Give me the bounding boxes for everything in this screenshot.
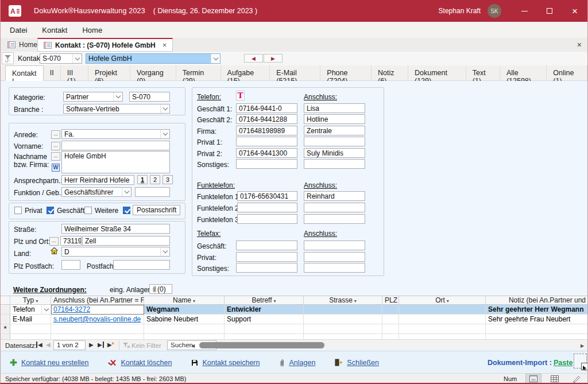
new-contact-action[interactable]: Kontakt neu erstellen bbox=[10, 359, 88, 367]
first-record-button[interactable]: ◀ bbox=[36, 342, 42, 348]
funktelefon3-anschluss-field[interactable] bbox=[304, 214, 365, 224]
word-icon[interactable]: W bbox=[52, 164, 60, 172]
table-new-row[interactable]: * bbox=[1, 324, 588, 334]
betreff-cell[interactable]: Entwickler bbox=[225, 305, 304, 315]
home-icon[interactable] bbox=[50, 247, 59, 255]
geschaeft2-anschluss-field[interactable]: Hotline bbox=[304, 114, 365, 124]
branche-combobox[interactable]: Software-Vertrieb bbox=[63, 104, 170, 114]
tabbar-close-icon[interactable]: × bbox=[577, 40, 582, 49]
chevron-down-icon[interactable] bbox=[41, 305, 51, 314]
row-selector[interactable] bbox=[1, 305, 10, 315]
typ-cell[interactable] bbox=[10, 324, 51, 334]
funktion-combobox[interactable]: Geschäftsführer bbox=[61, 187, 131, 197]
typ-combobox[interactable]: Telefon bbox=[10, 305, 51, 315]
tab-text[interactable]: Text (1) bbox=[466, 65, 500, 81]
notiz-cell[interactable] bbox=[486, 324, 588, 334]
telekom-icon[interactable]: T bbox=[236, 91, 245, 100]
col-typ[interactable]: Typ▾ bbox=[10, 296, 51, 305]
strasse-cell[interactable] bbox=[304, 324, 382, 334]
row-selector[interactable] bbox=[1, 315, 10, 324]
col-betreff[interactable]: Betreff▾ bbox=[225, 296, 304, 305]
tab-kontakt-1[interactable]: Kontakt I bbox=[5, 65, 44, 81]
fax-privat-anschluss-field[interactable] bbox=[304, 252, 365, 262]
record-position-box[interactable]: 1 von 2 bbox=[53, 340, 86, 350]
weitere-zuordnungen-link[interactable]: Weitere Zuordnungen: bbox=[13, 286, 87, 294]
col-ort[interactable]: Ort▾ bbox=[399, 296, 486, 305]
funktelefon2-number-field[interactable] bbox=[237, 203, 297, 212]
betreff-cell[interactable]: Support bbox=[225, 315, 304, 324]
plz-cell[interactable] bbox=[382, 305, 399, 315]
typ-cell[interactable]: E-Mail bbox=[10, 315, 51, 324]
attachments-action[interactable]: Anlagen bbox=[279, 359, 315, 367]
contact-person-2-button[interactable]: 2 bbox=[150, 175, 160, 184]
privat1-number-field[interactable] bbox=[236, 137, 297, 146]
tab-close-icon[interactable]: × bbox=[163, 41, 167, 49]
notiz-cell[interactable]: Sehr geehrte Frau Neubert bbox=[486, 315, 588, 324]
anschluss-cell[interactable] bbox=[51, 324, 144, 334]
contact-name-combobox[interactable]: Hofele GmbH bbox=[86, 53, 220, 64]
tab-dokument[interactable]: Dokument (129) bbox=[408, 65, 466, 81]
anrede-combobox[interactable]: Fa. bbox=[61, 129, 170, 139]
chevron-down-icon[interactable] bbox=[113, 92, 122, 101]
geschaeft-checkbox[interactable] bbox=[47, 207, 54, 214]
ort-cell[interactable] bbox=[399, 324, 486, 334]
ort-field[interactable]: Zell bbox=[82, 236, 170, 246]
datasheet-view-button[interactable] bbox=[547, 374, 563, 384]
funktelefon1-anschluss-field[interactable]: Reinhard bbox=[304, 191, 365, 201]
name-cell[interactable]: Saboine Neubert bbox=[144, 315, 225, 324]
minimize-button[interactable] bbox=[512, 0, 537, 22]
chevron-down-icon[interactable] bbox=[122, 188, 131, 196]
anlagen-count-box[interactable]: (0) bbox=[149, 284, 172, 294]
kategorie-code-field[interactable]: S-070 bbox=[129, 92, 170, 102]
avatar[interactable]: SK bbox=[488, 4, 501, 18]
tab-vorgang[interactable]: Vorgang (0) bbox=[130, 65, 176, 81]
chevron-down-icon[interactable] bbox=[160, 247, 169, 256]
tab-kontakt-3[interactable]: III (1) bbox=[61, 65, 88, 81]
firma-number-field[interactable]: 071648198989 bbox=[236, 126, 297, 135]
fax-privat-field[interactable] bbox=[236, 252, 297, 262]
chevron-down-icon[interactable] bbox=[72, 54, 82, 63]
col-notiz[interactable]: Notiz (bei An.Partner und bbox=[486, 296, 588, 305]
anschluss-cell[interactable]: s.neubert@novalis-online.de bbox=[51, 315, 144, 324]
sort-arrow-icon[interactable]: ▾ bbox=[193, 298, 195, 304]
geschaeft1-number-field[interactable]: 07164-9441-0 bbox=[236, 103, 297, 113]
funktelefon3-number-field[interactable] bbox=[237, 214, 297, 224]
menu-datei[interactable]: Datei bbox=[10, 26, 27, 34]
previous-record-button[interactable]: ◀ bbox=[244, 54, 263, 63]
scroll-left-icon[interactable]: ◀ bbox=[191, 343, 195, 348]
col-anschluss[interactable]: Anschluss (bei An.Partner = Fax)▾ bbox=[51, 296, 144, 305]
notiz-cell[interactable]: Sehr geehrter Herr Wegmann bbox=[486, 305, 588, 315]
sort-arrow-icon[interactable]: ▾ bbox=[36, 298, 38, 304]
tab-aufgabe[interactable]: Aufgabe (15) bbox=[221, 65, 270, 81]
ort-cell[interactable] bbox=[399, 315, 486, 324]
postanschrift-checkbox[interactable] bbox=[123, 207, 130, 214]
scroll-right-icon[interactable]: ▶ bbox=[581, 343, 584, 348]
kategorie-combobox[interactable]: Partner bbox=[63, 92, 123, 102]
new-record-button[interactable]: ▶* bbox=[107, 342, 114, 348]
delete-contact-action[interactable]: Kontakt löschen bbox=[108, 359, 172, 367]
chevron-down-icon[interactable] bbox=[160, 104, 169, 113]
postfach-field[interactable] bbox=[113, 260, 170, 270]
table-row[interactable]: E-Mail s.neubert@novalis-online.de Saboi… bbox=[1, 315, 588, 324]
sonstiges-anschluss-field[interactable] bbox=[304, 159, 365, 169]
betreff-cell[interactable] bbox=[225, 324, 304, 334]
sort-arrow-icon[interactable]: ▾ bbox=[354, 298, 357, 304]
tab-email[interactable]: E-Mail (5215) bbox=[270, 65, 320, 81]
geschaeft1-anschluss-field[interactable]: Lisa bbox=[304, 103, 365, 113]
paste-link[interactable]: Paste bbox=[554, 359, 572, 367]
tab-phone[interactable]: Phone (7204) bbox=[320, 65, 372, 81]
ansprechpartner-field[interactable]: Herr Reinhard Hofele bbox=[61, 175, 134, 185]
contact-code-combobox[interactable]: S-070 bbox=[40, 53, 82, 64]
sort-arrow-icon[interactable]: ▾ bbox=[274, 298, 276, 304]
email-link[interactable]: s.neubert@novalis-online.de bbox=[53, 315, 141, 323]
contact-person-3-button[interactable]: 3 bbox=[163, 175, 173, 184]
tab-projekt[interactable]: Projekt (6) bbox=[88, 65, 130, 81]
maximize-button[interactable] bbox=[537, 0, 562, 22]
col-plz[interactable]: PLZ▾ bbox=[382, 296, 399, 305]
chevron-down-icon[interactable] bbox=[160, 130, 169, 138]
sort-arrow-icon[interactable]: ▾ bbox=[447, 298, 449, 304]
tab-termin[interactable]: Termin (29) bbox=[176, 65, 221, 81]
privat2-anschluss-field[interactable]: Suly Minidis bbox=[304, 148, 365, 158]
sonstiges-number-field[interactable] bbox=[236, 159, 297, 169]
menu-kontakt[interactable]: Kontakt bbox=[42, 26, 67, 34]
